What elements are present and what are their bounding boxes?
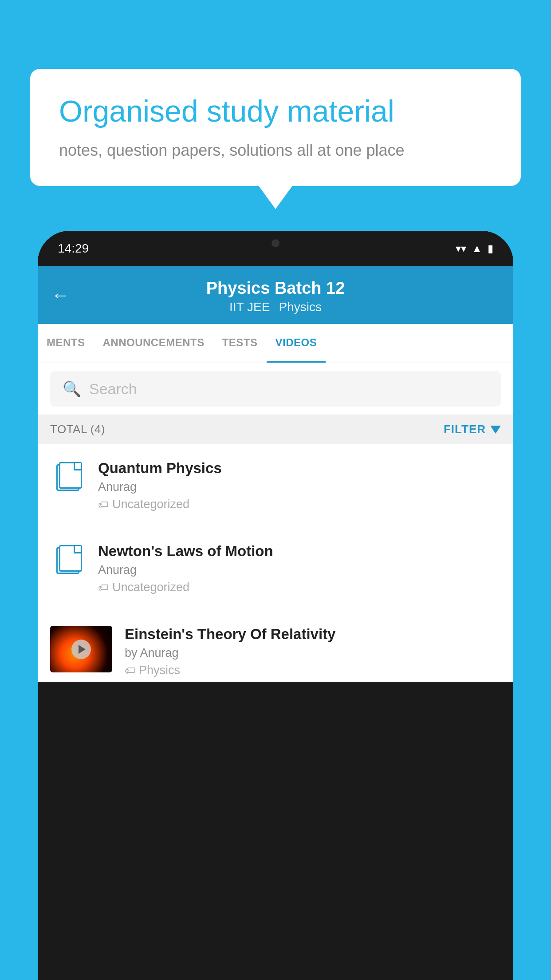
back-button[interactable]: ← [51,286,70,304]
tab-videos[interactable]: VIDEOS [267,324,326,363]
header-subtitle: IIT JEE Physics [53,300,498,314]
video-info: Quantum Physics Anurag 🏷 Uncategorized [98,460,501,511]
video-tag: 🏷 Physics [125,664,501,677]
file-icon-front [59,545,82,572]
speech-bubble-heading: Organised study material [59,93,492,130]
total-count: TOTAL (4) [50,423,105,436]
speech-bubble: Organised study material notes, question… [30,69,521,186]
video-title: Newton's Laws of Motion [98,543,501,560]
search-container: 🔍 Search [38,363,513,415]
notch [236,231,315,255]
search-box[interactable]: 🔍 Search [50,371,501,407]
file-icon [56,545,79,574]
file-icon-front [59,462,82,489]
tag-label: Uncategorized [112,581,189,594]
filter-bar: TOTAL (4) FILTER [38,415,513,444]
tab-tests[interactable]: TESTS [213,324,267,363]
video-author: Anurag [98,480,501,494]
app-header: ← Physics Batch 12 IIT JEE Physics [38,266,513,324]
speech-bubble-container: Organised study material notes, question… [30,69,521,186]
filter-label: FILTER [444,423,486,436]
video-list: Quantum Physics Anurag 🏷 Uncategorized [38,444,513,682]
file-icon-wrap [50,543,86,574]
play-icon [79,645,86,654]
camera [272,239,279,247]
tag-icon: 🏷 [98,498,109,511]
search-icon: 🔍 [63,380,81,398]
status-time: 14:29 [58,241,89,256]
status-icons: ▾▾ ▲ ▮ [456,242,493,255]
video-tag: 🏷 Uncategorized [98,498,501,511]
video-tag: 🏷 Uncategorized [98,581,501,594]
signal-icon: ▲ [472,242,482,255]
speech-bubble-subtext: notes, question papers, solutions all at… [59,139,492,162]
video-title: Quantum Physics [98,460,501,477]
page-title: Physics Batch 12 [53,279,498,298]
battery-icon: ▮ [488,242,493,255]
tag-label: Physics [139,664,180,677]
search-input[interactable]: Search [89,380,137,398]
file-icon-wrap [50,460,86,491]
tabs-bar: MENTS ANNOUNCEMENTS TESTS VIDEOS [38,324,513,363]
filter-icon [490,426,501,434]
video-author: Anurag [98,563,501,577]
list-item[interactable]: Einstein's Theory Of Relativity by Anura… [38,610,513,682]
tab-announcements[interactable]: ANNOUNCEMENTS [94,324,213,363]
tag-icon: 🏷 [125,664,135,677]
status-bar: 14:29 ▾▾ ▲ ▮ [38,231,513,266]
list-item[interactable]: Quantum Physics Anurag 🏷 Uncategorized [38,444,513,527]
file-icon [56,462,79,491]
list-item[interactable]: Newton's Laws of Motion Anurag 🏷 Uncateg… [38,527,513,610]
video-info: Einstein's Theory Of Relativity by Anura… [125,626,501,677]
header-subtitle-course: IIT JEE [229,300,270,314]
video-info: Newton's Laws of Motion Anurag 🏷 Uncateg… [98,543,501,594]
wifi-icon: ▾▾ [456,242,466,255]
video-author: by Anurag [125,646,501,660]
video-thumbnail [50,626,112,672]
phone-screen: ← Physics Batch 12 IIT JEE Physics MENTS… [38,266,513,682]
tab-ments[interactable]: MENTS [38,324,94,363]
filter-button[interactable]: FILTER [444,423,501,436]
phone-frame: 14:29 ▾▾ ▲ ▮ ← Physics Batch 12 IIT JEE … [38,231,513,980]
header-subtitle-subject: Physics [279,300,321,314]
video-title: Einstein's Theory Of Relativity [125,626,501,643]
tag-icon: 🏷 [98,581,109,594]
tag-label: Uncategorized [112,498,189,511]
play-button[interactable] [71,640,91,659]
